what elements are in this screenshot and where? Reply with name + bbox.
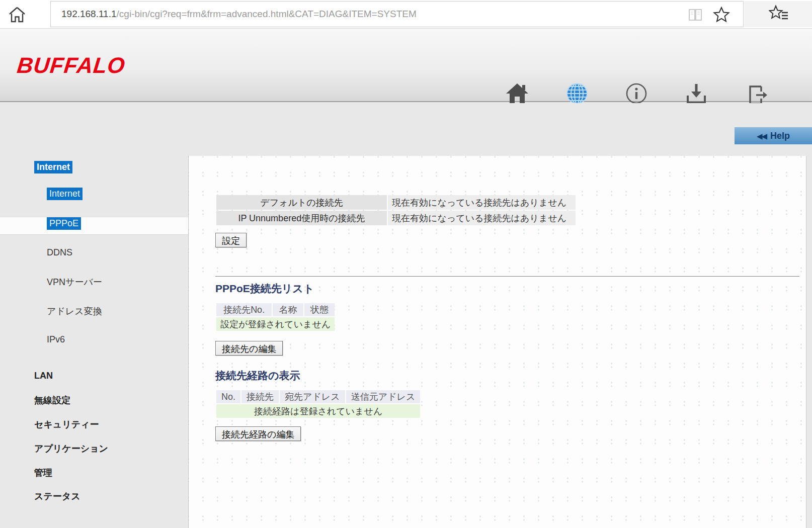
col-header: 名称 [273, 303, 303, 316]
settings-button[interactable]: 設定 [215, 233, 247, 247]
pppoe-list-title: PPPoE接続先リスト [215, 282, 806, 296]
table-row: デフォルトの接続先 現在有効になっている接続先はありません [216, 195, 576, 210]
sidebar-item-admin[interactable]: 管理 [34, 467, 52, 479]
browser-home-icon[interactable] [8, 6, 26, 23]
content-panel: デフォルトの接続先 現在有効になっている接続先はありません IP Unnumbe… [188, 156, 806, 528]
sidebar-item-address-translation[interactable]: アドレス変換 [47, 305, 102, 317]
table-row: 接続経路は登録されていません [216, 404, 420, 418]
sidebar-item-security[interactable]: セキュリティー [34, 418, 99, 430]
sidebar-item-ipv6[interactable]: IPv6 [47, 334, 65, 345]
sidebar-item-status[interactable]: ステータス [34, 490, 80, 502]
app-header: BUFFALO [0, 29, 812, 102]
row-value: 現在有効になっている接続先はありません [388, 195, 576, 210]
favorites-list-icon[interactable] [769, 5, 789, 24]
col-header: 状態 [304, 303, 335, 316]
empty-message: 接続経路は登録されていません [216, 404, 420, 418]
url-path: /cgi-bin/cgi?req=frm&frm=advanced.html&C… [117, 9, 417, 19]
col-header: No. [216, 390, 240, 403]
row-label: IP Unnumbered使用時の接続先 [216, 211, 387, 225]
col-header: 送信元アドレス [346, 390, 421, 403]
sidebar-item-lan[interactable]: LAN [34, 371, 53, 381]
buffalo-logo: BUFFALO [16, 53, 126, 78]
sidebar-item-ddns[interactable]: DDNS [47, 247, 72, 258]
empty-message: 設定が登録されていません [216, 317, 335, 331]
routes-table: No. 接続先 宛先アドレス 送信元アドレス 接続経路は登録されていません [215, 389, 421, 419]
pppoe-list-table: 接続先No. 名称 状態 設定が登録されていません [215, 302, 336, 332]
sidebar-item-wireless[interactable]: 無線設定 [34, 394, 70, 406]
table-row: 設定が登録されていません [216, 317, 335, 331]
row-label: デフォルトの接続先 [216, 195, 387, 210]
sidebar-item-internet[interactable]: Internet [47, 189, 83, 199]
help-label: Help [770, 131, 790, 141]
default-connection-table: デフォルトの接続先 現在有効になっている接続先はありません IP Unnumbe… [215, 194, 577, 226]
routes-title: 接続先経路の表示 [215, 369, 806, 383]
favorite-star-icon[interactable] [713, 6, 730, 23]
header-row: 接続先No. 名称 状態 [216, 303, 335, 316]
reading-mode-icon[interactable] [688, 7, 703, 22]
col-header: 宛先アドレス [280, 390, 345, 403]
sidebar-selected-row [0, 217, 188, 235]
sidebar-item-pppoe[interactable]: PPPoE [47, 218, 81, 229]
address-bar[interactable]: 192.168.11.1/cgi-bin/cgi?req=frm&frm=adv… [50, 1, 744, 27]
browser-chrome: 192.168.11.1/cgi-bin/cgi?req=frm&frm=adv… [0, 0, 812, 29]
header-row: No. 接続先 宛先アドレス 送信元アドレス [216, 390, 420, 403]
url-text[interactable]: 192.168.11.1/cgi-bin/cgi?req=frm&frm=adv… [61, 2, 417, 27]
edit-routes-button[interactable]: 接続先経路の編集 [215, 426, 301, 441]
col-header: 接続先 [241, 390, 279, 403]
sidebar-nav: Internet Internet PPPoE DDNS VPNサーバー アドレ… [0, 103, 188, 528]
url-domain: 192.168.11.1 [61, 9, 117, 19]
col-header: 接続先No. [216, 303, 272, 316]
page-body: ◀◀Help Internet Internet PPPoE DDNS VPNサ… [0, 103, 812, 528]
row-value: 現在有効になっている接続先はありません [388, 211, 576, 225]
edit-connections-button[interactable]: 接続先の編集 [215, 341, 283, 356]
sidebar-item-internet-category[interactable]: Internet [34, 162, 72, 172]
help-arrows-icon: ◀◀ [757, 132, 766, 140]
table-row: IP Unnumbered使用時の接続先 現在有効になっている接続先はありません [216, 211, 576, 225]
sidebar-item-applications[interactable]: アプリケーション [34, 443, 108, 455]
help-button[interactable]: ◀◀Help [735, 127, 812, 144]
section-divider [215, 276, 799, 277]
sidebar-item-vpn-server[interactable]: VPNサーバー [47, 276, 102, 288]
